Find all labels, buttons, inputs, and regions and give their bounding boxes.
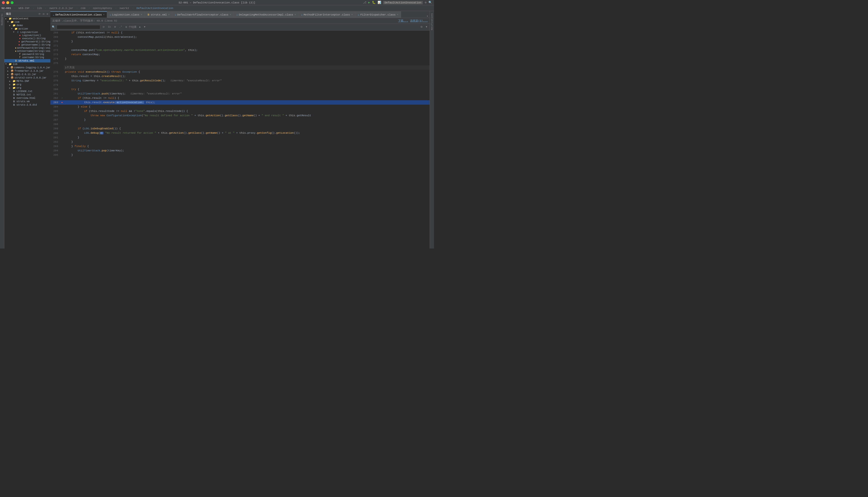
notifications-tab[interactable]: Notifications: [430, 12, 434, 31]
tree-node-notice[interactable]: 🗎 NOTICE.txt: [4, 93, 51, 96]
tree-node-getpassword[interactable]: ● getPassword():String: [4, 40, 51, 43]
tree-node-struts-xml[interactable]: 🗎 struts.xml: [4, 59, 51, 62]
tab-close-filterdispatcher[interactable]: ×: [397, 14, 398, 16]
tree-node-webcontent[interactable]: ▶ 📁 WebContent: [4, 17, 51, 20]
bookmarks-tab[interactable]: Bookmarks: [0, 12, 4, 27]
code-line-284: 284 } else {: [51, 105, 430, 109]
tab-close-defaultworkflow[interactable]: ×: [230, 14, 231, 16]
tree-node-strutsvm[interactable]: 🗎 struts.vm: [4, 100, 51, 103]
tree-node-struts2core[interactable]: ▼ 📦 struts2-core-2.0.8.jar: [4, 76, 51, 80]
tree-node-execute[interactable]: ● execute():String: [4, 37, 51, 40]
code-line-268: 268 if (this.extraContext != null) {: [51, 30, 430, 35]
search-regex-btn[interactable]: .*: [118, 25, 123, 29]
minimize-button[interactable]: [6, 1, 9, 4]
tree-node-password-field[interactable]: f password:String: [4, 53, 51, 56]
tab-label-defaultworkflow: DefaultWorkflowInterceptor.class: [177, 13, 228, 16]
debug-icon[interactable]: 🐛: [372, 1, 376, 4]
tab-close-defaultaction[interactable]: ×: [103, 14, 104, 16]
search-input[interactable]: [57, 25, 100, 29]
collapse-icon[interactable]: ⊟: [42, 12, 45, 16]
tab-icon-loginaction: ☕: [110, 13, 111, 16]
breakpoint-283[interactable]: ●: [61, 101, 63, 104]
search-filter-btn[interactable]: ⧉: [420, 25, 423, 29]
download-link[interactable]: 下载...: [398, 19, 408, 23]
tab-close-loginaction[interactable]: ×: [141, 14, 142, 16]
tree-node-getusername[interactable]: ● getUsername():String: [4, 43, 51, 46]
breadcrumb-com[interactable]: com: [81, 7, 85, 10]
tree-node-setpassword[interactable]: ● setPassword(String):void: [4, 46, 51, 49]
search-up-btn[interactable]: ▲: [138, 25, 141, 29]
tab-strutsxml[interactable]: 🗎 struts.xml ×: [145, 11, 172, 18]
tab-methodfilter[interactable]: ☕ MethodFilterInterceptor.class ×: [299, 11, 355, 18]
tree-node-action[interactable]: ▼ 📁 action: [4, 27, 51, 30]
tree-node-template[interactable]: ▶ 📁 org: [4, 86, 51, 90]
breadcrumb-xwork2[interactable]: xwork2: [119, 7, 129, 10]
tab-close-delegating[interactable]: ×: [295, 14, 296, 16]
search-prev-btn[interactable]: ⟳: [102, 25, 105, 29]
tab-close-strutsxml[interactable]: ×: [168, 14, 170, 16]
search-down-btn[interactable]: ▼: [143, 25, 146, 29]
choose-source-link[interactable]: 选择源(S)...: [410, 19, 428, 23]
tabs-bar: ☕ DefaultActionInvocation.class × ☕ Logi…: [51, 11, 430, 18]
code-line-281: 281 UtilTimerStack.push(timerKey); timer…: [51, 91, 430, 96]
window-controls: [2, 1, 14, 4]
project-label: S2-001: [1, 7, 11, 10]
settings-icon[interactable]: ⚙: [425, 1, 427, 4]
search-result-count: 0 个结果: [126, 25, 137, 29]
search-cc-btn[interactable]: Cc: [107, 25, 112, 29]
tab-close-methodfilter[interactable]: ×: [352, 14, 353, 16]
code-line-279: 279: [51, 83, 430, 87]
code-line-272: 272 contextMap.put("com.opensymphony.xwo…: [51, 48, 430, 52]
run-icon[interactable]: ▶: [368, 1, 370, 4]
tab-icon-defaultaction: ☕: [53, 13, 55, 16]
tree-node-lib[interactable]: ▼ 📁 lib: [4, 62, 51, 66]
tree-node-metainf[interactable]: ▶ 📁 META-INF: [4, 80, 51, 83]
tree-node-struts2dtd[interactable]: 🗎 struts-2.0.dtd: [4, 103, 51, 106]
code-line-275: 275: [51, 61, 430, 66]
tree-node-com[interactable]: ▼ 📁 com: [4, 20, 51, 24]
breadcrumb-webinf[interactable]: WEB-INF: [18, 7, 30, 10]
sidebar-settings-icon[interactable]: ⚙: [46, 12, 49, 16]
tab-label-methodfilter: MethodFilterInterceptor.class: [304, 13, 350, 16]
tree-node-commons[interactable]: ▶ 📦 commons-logging-1.0.4.jar: [4, 66, 51, 69]
sync-icon[interactable]: ⟳: [38, 12, 41, 16]
maximize-button[interactable]: [11, 1, 14, 4]
tab-label-defaultaction: DefaultActionInvocation.class: [55, 13, 102, 16]
tree-node-loginaction[interactable]: ▼ C LoginAction: [4, 30, 51, 34]
code-area[interactable]: 268 if (this.extraContext != null) { 269…: [51, 30, 430, 248]
tab-delegating[interactable]: ☕ DelegatingMethodAccessorImpl.class ×: [234, 11, 298, 18]
tree-node-demo[interactable]: ▶ 📁 demo: [4, 24, 51, 27]
tabs-overflow-btn[interactable]: ▾: [425, 15, 430, 18]
tab-loginaction[interactable]: ☕ LoginAction.class ×: [107, 11, 145, 18]
project-label2: 项目: [6, 12, 11, 16]
project-tree: ▶ 📁 WebContent ▼ 📁 com ▶ 📁 demo: [4, 17, 51, 248]
profile-icon[interactable]: 📊: [378, 1, 381, 4]
window-title: S2-001 – DefaultActionInvocation.class […: [179, 1, 256, 4]
tab-filterdispatcher[interactable]: ☕ FilterDispatcher.class ×: [355, 11, 401, 18]
tree-node-overview[interactable]: 🗎 overview.html: [4, 96, 51, 100]
tree-node-freemarker[interactable]: ▶ 📦 freemarker-2.3.8.jar: [4, 69, 51, 73]
vcs-icon[interactable]: ⎇: [363, 1, 367, 4]
tree-node-license[interactable]: 🗎 LICENSE.txt: [4, 90, 51, 93]
tree-node-loginaction-constructor[interactable]: ● LoginAction(): [4, 34, 51, 37]
right-vertical-tabs: Notifications: [430, 11, 434, 248]
tab-defaultaction[interactable]: ☕ DefaultActionInvocation.class ×: [51, 11, 107, 18]
breadcrumb-class[interactable]: DefaultActionInvocation: [137, 7, 173, 10]
search-word-btn[interactable]: W: [113, 25, 117, 29]
tab-label-filterdispatcher: FilterDispatcher.class: [360, 13, 396, 16]
tree-node-username-field[interactable]: f username:String: [4, 56, 51, 59]
tree-node-setusername[interactable]: ● setUsername(String):void: [4, 49, 51, 53]
breadcrumb-jar[interactable]: xwork-2.0.3.jar: [49, 7, 73, 10]
breadcrumb-lib[interactable]: lib: [37, 7, 42, 10]
code-line-286: 286 throw new ConfigurationException("No…: [51, 113, 430, 118]
named-dropdown[interactable]: DefaultActionInvocation: [383, 1, 423, 4]
search-more-btn[interactable]: ▼: [425, 25, 428, 29]
tab-defaultworkflow[interactable]: ☕ DefaultWorkflowInterceptor.class ×: [172, 11, 234, 18]
left-vertical-tabs: Bookmarks: [0, 11, 4, 248]
search-everywhere-icon[interactable]: 🔍: [428, 1, 432, 4]
tree-node-ognl[interactable]: ▶ 📦 ognl-2.6.11.jar: [4, 73, 51, 76]
tree-node-org[interactable]: ▶ 📁 org: [4, 83, 51, 86]
close-button[interactable]: [2, 1, 5, 4]
breadcrumb-opensymphony[interactable]: opensymphony: [93, 7, 112, 10]
code-line-283: 283 ● this.result.execute(actionInvocati…: [51, 100, 430, 105]
